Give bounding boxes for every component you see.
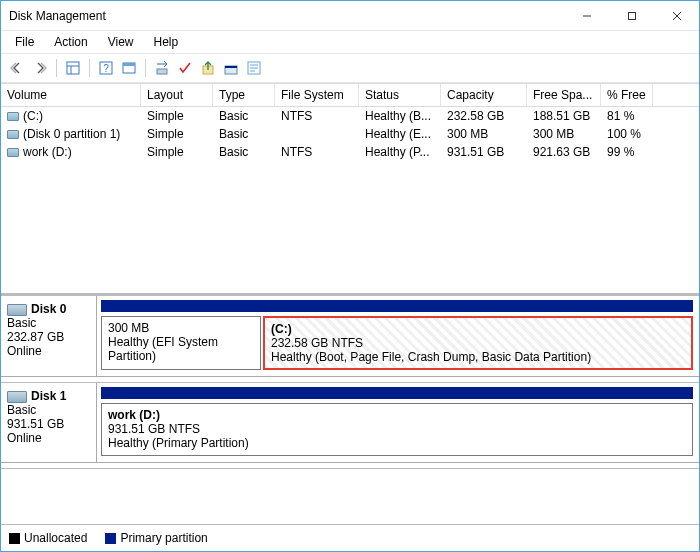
disk-name: Disk 1 [31, 389, 66, 403]
partition[interactable]: work (D:)931.51 GB NTFSHealthy (Primary … [101, 403, 693, 456]
legend: Unallocated Primary partition [1, 524, 699, 551]
toolbar: ? [1, 54, 699, 83]
disk-type: Basic [7, 403, 90, 417]
toolbar-separator [56, 59, 57, 77]
partition-title: (C:) [271, 322, 685, 336]
minimize-button[interactable] [564, 1, 609, 30]
volume-icon [7, 130, 19, 139]
legend-primary-label: Primary partition [120, 531, 207, 545]
col-status[interactable]: Status [359, 84, 441, 106]
volume-type: Basic [213, 144, 275, 160]
forward-button[interactable] [30, 58, 50, 78]
action-button-2[interactable] [221, 58, 241, 78]
disk-header[interactable]: Disk 0Basic232.87 GBOnline [1, 296, 97, 376]
back-button[interactable] [7, 58, 27, 78]
disk-body: 300 MBHealthy (EFI System Partition)(C:)… [97, 296, 699, 376]
legend-unallocated-label: Unallocated [24, 531, 87, 545]
disk-name: Disk 0 [31, 302, 66, 316]
volume-capacity: 232.58 GB [441, 108, 527, 124]
window-title: Disk Management [9, 9, 564, 23]
partition[interactable]: (C:)232.58 GB NTFSHealthy (Boot, Page Fi… [263, 316, 693, 370]
help-button[interactable]: ? [96, 58, 116, 78]
volume-pct: 100 % [601, 126, 653, 142]
disk-row: Disk 0Basic232.87 GBOnline300 MBHealthy … [1, 296, 699, 377]
toolbar-separator [89, 59, 90, 77]
partition-size: 931.51 GB NTFS [108, 422, 686, 436]
disk-size: 931.51 GB [7, 417, 90, 431]
svg-rect-11 [157, 69, 167, 74]
window-root: Disk Management File Action View Help ? … [0, 0, 700, 552]
disk-header[interactable]: Disk 1Basic931.51 GBOnline [1, 383, 97, 462]
volume-layout: Simple [141, 144, 213, 160]
volume-fs [275, 126, 359, 142]
swatch-black-icon [9, 533, 20, 544]
disk-icon [7, 304, 27, 316]
volume-capacity: 300 MB [441, 126, 527, 142]
table-row[interactable]: work (D:)SimpleBasicNTFSHealthy (P...931… [1, 143, 699, 161]
svg-rect-1 [628, 12, 635, 19]
disk-body: work (D:)931.51 GB NTFSHealthy (Primary … [97, 383, 699, 462]
volume-icon [7, 148, 19, 157]
volume-list-header: Volume Layout Type File System Status Ca… [1, 84, 699, 107]
volume-name: (C:) [23, 109, 43, 123]
settings-button[interactable] [119, 58, 139, 78]
volume-status: Healthy (B... [359, 108, 441, 124]
disk-diagram: Disk 0Basic232.87 GBOnline300 MBHealthy … [1, 295, 699, 524]
volume-free: 921.63 GB [527, 144, 601, 160]
volume-name: (Disk 0 partition 1) [23, 127, 120, 141]
volume-name: work (D:) [23, 145, 72, 159]
partition-status: Healthy (Primary Partition) [108, 436, 686, 450]
svg-text:?: ? [103, 63, 109, 74]
window-buttons [564, 1, 699, 30]
volume-pct: 81 % [601, 108, 653, 124]
legend-primary: Primary partition [105, 531, 207, 545]
menu-action[interactable]: Action [46, 33, 95, 51]
disk-icon [7, 391, 27, 403]
volume-status: Healthy (P... [359, 144, 441, 160]
maximize-button[interactable] [609, 1, 654, 30]
action-button-1[interactable] [198, 58, 218, 78]
disk-row: Disk 1Basic931.51 GBOnlinework (D:)931.5… [1, 383, 699, 463]
col-layout[interactable]: Layout [141, 84, 213, 106]
volume-free: 188.51 GB [527, 108, 601, 124]
partition-container: work (D:)931.51 GB NTFSHealthy (Primary … [101, 403, 693, 456]
partition-size: 232.58 GB NTFS [271, 336, 685, 350]
partition-title: work (D:) [108, 408, 686, 422]
volume-layout: Simple [141, 108, 213, 124]
titlebar: Disk Management [1, 1, 699, 31]
col-pct[interactable]: % Free [601, 84, 653, 106]
volume-list-body[interactable]: (C:)SimpleBasicNTFSHealthy (B...232.58 G… [1, 107, 699, 295]
table-row[interactable]: (Disk 0 partition 1)SimpleBasicHealthy (… [1, 125, 699, 143]
volume-capacity: 931.51 GB [441, 144, 527, 160]
partition[interactable]: 300 MBHealthy (EFI System Partition) [101, 316, 261, 370]
menu-file[interactable]: File [7, 33, 42, 51]
volume-pct: 99 % [601, 144, 653, 160]
table-row[interactable]: (C:)SimpleBasicNTFSHealthy (B...232.58 G… [1, 107, 699, 125]
col-filesystem[interactable]: File System [275, 84, 359, 106]
toolbar-separator [145, 59, 146, 77]
svg-rect-10 [123, 63, 135, 66]
volume-free: 300 MB [527, 126, 601, 142]
volume-icon [7, 112, 19, 121]
properties-button[interactable] [244, 58, 264, 78]
disk-size: 232.87 GB [7, 330, 90, 344]
refresh-button[interactable] [152, 58, 172, 78]
svg-rect-14 [225, 66, 237, 68]
col-volume[interactable]: Volume [1, 84, 141, 106]
partition-container: 300 MBHealthy (EFI System Partition)(C:)… [101, 316, 693, 370]
partition-size: 300 MB [108, 321, 254, 335]
close-button[interactable] [654, 1, 699, 30]
volume-type: Basic [213, 108, 275, 124]
menu-help[interactable]: Help [146, 33, 187, 51]
disk-stripe [101, 300, 693, 312]
show-hide-tree-button[interactable] [63, 58, 83, 78]
volume-fs: NTFS [275, 108, 359, 124]
col-free[interactable]: Free Spa... [527, 84, 601, 106]
col-capacity[interactable]: Capacity [441, 84, 527, 106]
col-type[interactable]: Type [213, 84, 275, 106]
volume-fs: NTFS [275, 144, 359, 160]
legend-unallocated: Unallocated [9, 531, 87, 545]
apply-button[interactable] [175, 58, 195, 78]
volume-list: Volume Layout Type File System Status Ca… [1, 83, 699, 295]
menu-view[interactable]: View [100, 33, 142, 51]
